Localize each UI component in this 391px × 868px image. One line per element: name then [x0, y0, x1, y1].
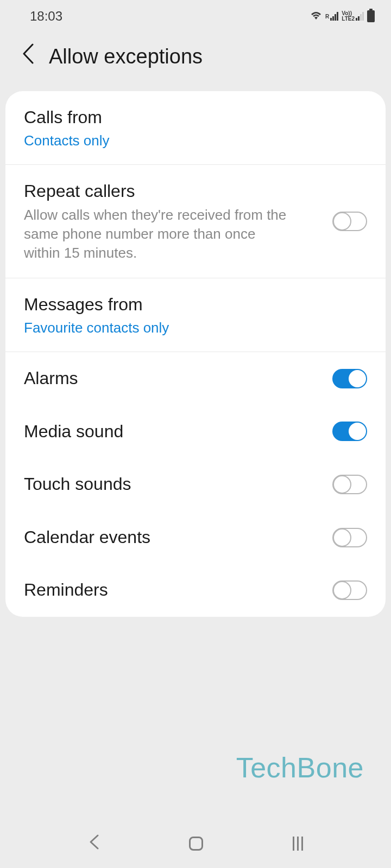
calls-from-title: Calls from	[24, 106, 367, 129]
messages-from-row[interactable]: Messages from Favourite contacts only	[5, 278, 386, 352]
calendar-events-row[interactable]: Calendar events	[5, 511, 386, 564]
alarms-row[interactable]: Alarms	[5, 352, 386, 405]
alarms-toggle[interactable]	[332, 369, 367, 388]
nav-home-icon[interactable]	[189, 837, 203, 851]
wifi-icon	[310, 9, 322, 24]
calendar-events-title: Calendar events	[24, 526, 150, 549]
repeat-callers-toggle[interactable]	[332, 212, 367, 231]
calls-from-row[interactable]: Calls from Contacts only	[5, 91, 386, 165]
repeat-callers-row[interactable]: Repeat callers Allow calls when they're …	[5, 165, 386, 279]
battery-icon	[367, 10, 375, 22]
touch-sounds-row[interactable]: Touch sounds	[5, 458, 386, 511]
messages-from-title: Messages from	[24, 293, 367, 316]
messages-from-value: Favourite contacts only	[24, 320, 367, 336]
reminders-toggle[interactable]	[332, 580, 367, 600]
signal-roaming-icon: R	[325, 12, 338, 21]
touch-sounds-toggle[interactable]	[332, 475, 367, 494]
media-sound-row[interactable]: Media sound	[5, 405, 386, 458]
media-sound-title: Media sound	[24, 420, 123, 443]
nav-bar	[0, 819, 391, 868]
signal-volte-icon: Vo)) LTE2	[342, 11, 364, 22]
nav-recents-icon[interactable]	[293, 837, 303, 851]
touch-sounds-title: Touch sounds	[24, 473, 131, 496]
page-title: Allow exceptions	[49, 45, 203, 68]
status-time: 18:03	[30, 9, 62, 24]
media-sound-toggle[interactable]	[332, 422, 367, 441]
alarms-title: Alarms	[24, 367, 78, 390]
status-icons: R Vo)) LTE2	[310, 9, 375, 24]
repeat-callers-desc: Allow calls when they're received from t…	[24, 206, 295, 263]
nav-back-icon[interactable]	[89, 833, 99, 854]
reminders-row[interactable]: Reminders	[5, 564, 386, 617]
back-icon[interactable]	[22, 43, 34, 69]
header: Allow exceptions	[0, 33, 391, 91]
settings-card: Calls from Contacts only Repeat callers …	[5, 91, 386, 617]
watermark: TechBone	[236, 751, 364, 784]
repeat-callers-title: Repeat callers	[24, 180, 332, 203]
calls-from-value: Contacts only	[24, 132, 367, 149]
calendar-events-toggle[interactable]	[332, 528, 367, 547]
status-bar: 18:03 R Vo)) LTE2	[0, 0, 391, 33]
reminders-title: Reminders	[24, 579, 108, 602]
